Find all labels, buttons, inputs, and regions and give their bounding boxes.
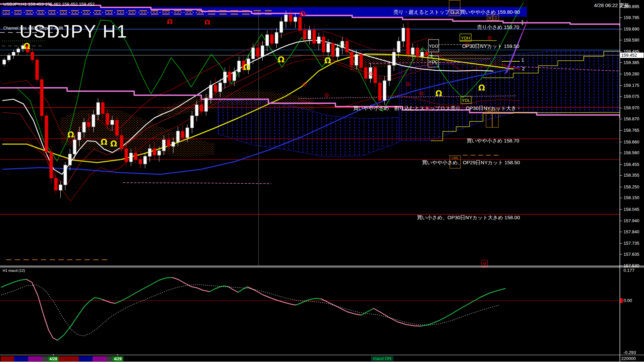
candle-body (214, 85, 217, 92)
macd-toggle-button[interactable]: macd ON (371, 356, 393, 361)
macd-line-segment-3 (103, 300, 115, 303)
candle-body (327, 44, 330, 52)
candle-body (430, 55, 433, 56)
level-box-label-YDC: YDC (429, 59, 438, 64)
candle-body (308, 30, 311, 39)
candle-body (115, 120, 118, 135)
candle-body (195, 105, 198, 116)
macd-line-segment-5 (172, 278, 210, 292)
date-label[interactable]: 4/29 (114, 357, 122, 361)
macd-line-segment-4 (115, 278, 172, 303)
candle-body (68, 154, 71, 165)
candle-body (416, 48, 419, 57)
session-segment-1 (14, 356, 28, 361)
trading-chart-window: ΩΩΩΩΩΩΩΩΩΩΩΩLWHWDYDHYDOYDCYDLWDLWLM159.8… (0, 0, 644, 362)
price-tick-label: 158.045 (624, 207, 639, 212)
candle-body (191, 116, 194, 128)
macd-tick-label: 0.00 (624, 298, 632, 303)
macd-indicator-label: H1 macd (12) (3, 268, 25, 273)
candle-body (378, 83, 381, 100)
candle-body (40, 79, 43, 116)
price-tick-label: 159.590 (624, 38, 639, 43)
price-tick-label: 158.970 (624, 105, 639, 110)
annotation-8: 2 (522, 66, 525, 71)
candle-body (275, 33, 278, 44)
macd-tick-label: 0.177 (624, 268, 635, 273)
macd-line-segment-0 (1, 279, 26, 287)
price-tick-label: 157.840 (624, 229, 639, 234)
candle-body (284, 15, 287, 22)
macd-line-segment-11 (321, 299, 361, 315)
candle-body (148, 148, 151, 156)
candle-body (317, 37, 320, 44)
candle-body (289, 15, 292, 22)
candle-body (341, 41, 344, 48)
candle-body (172, 142, 175, 146)
candle-body (205, 98, 208, 111)
candle-body (336, 48, 339, 57)
candle-body (97, 103, 100, 115)
level-box-label-M: M (483, 261, 486, 266)
annotation-5: 買いやや小さめ、OP29日NYカット 158.50 (422, 160, 520, 166)
price-tick-label: 158.560 (624, 150, 639, 155)
candle-body (3, 60, 6, 64)
date-label[interactable]: 4/28 (49, 357, 57, 361)
candle-body (162, 140, 165, 151)
candle-body (45, 116, 48, 152)
candle-body (313, 30, 316, 43)
candle-body (73, 140, 76, 154)
candle-body (383, 81, 386, 101)
candle-body (50, 152, 53, 178)
candle-body (129, 153, 132, 162)
candle-body (392, 52, 395, 65)
price-tick-label: 158.250 (624, 184, 639, 189)
candle-body (364, 67, 367, 78)
candle-body (425, 52, 428, 56)
candle-body (360, 54, 363, 67)
signal-circle-dot (408, 84, 409, 85)
candle-body (411, 48, 414, 55)
price-tick-label: 157.635 (624, 252, 639, 257)
omega-marker-yellow: Ω (67, 130, 74, 139)
price-chart-canvas[interactable]: ΩΩΩΩΩΩΩΩΩΩΩΩLWHWDYDHYDOYDCYDLWDLWLM159.8… (0, 0, 644, 362)
candle-body (388, 65, 391, 81)
price-tick-label: 159.280 (624, 71, 639, 76)
current-price-label: 159.452 (621, 53, 637, 58)
candle-body (256, 48, 259, 57)
annotation-4: 買いやや小さめ 158.70 (467, 138, 519, 144)
annotation-10: 9 (522, 22, 523, 26)
candle-body (331, 44, 334, 57)
price-tick-label: 159.690 (624, 26, 639, 32)
omega-marker-yellow: Ω (435, 89, 442, 98)
candle-body (186, 128, 189, 137)
price-tick-label: 158.660 (624, 139, 639, 144)
omega-marker-red: Ω (167, 17, 172, 25)
candle-body (59, 185, 62, 190)
macd-line-segment-13 (374, 308, 421, 326)
candle-body (78, 132, 81, 140)
session-segment-2 (28, 356, 42, 361)
session-segment-0 (1, 356, 14, 361)
candle-body (228, 72, 231, 81)
level-box-label-YDO: YDO (429, 44, 438, 49)
candle-body (252, 48, 255, 59)
candle-body (270, 35, 273, 43)
macd-line-segment-6 (210, 286, 228, 292)
candle-body (294, 17, 297, 21)
candle-body (322, 37, 325, 52)
candle-body (233, 72, 236, 81)
annotation-0: 売り・超えるとストップロス買いやや小さめ 159.80-90 (393, 9, 520, 15)
annotation-6: 買い小さめ、OP30日NYカット大きめ 158.00 (417, 215, 520, 221)
omega-marker-yellow: Ω (478, 83, 485, 93)
candle-body (17, 49, 20, 52)
updated-timestamp: 4/28 06:22 更新 (594, 2, 629, 9)
macd-signal-line (1, 285, 500, 336)
level-box-label-D: D (495, 16, 497, 20)
price-tick-label: 159.075 (624, 94, 639, 99)
candle-body (237, 61, 240, 72)
violet-dash-mid (123, 183, 271, 184)
candle-body (345, 41, 348, 52)
candle-body (266, 35, 269, 46)
macd-line-segment-14 (421, 289, 505, 326)
price-tick-label: 158.870 (624, 116, 639, 121)
